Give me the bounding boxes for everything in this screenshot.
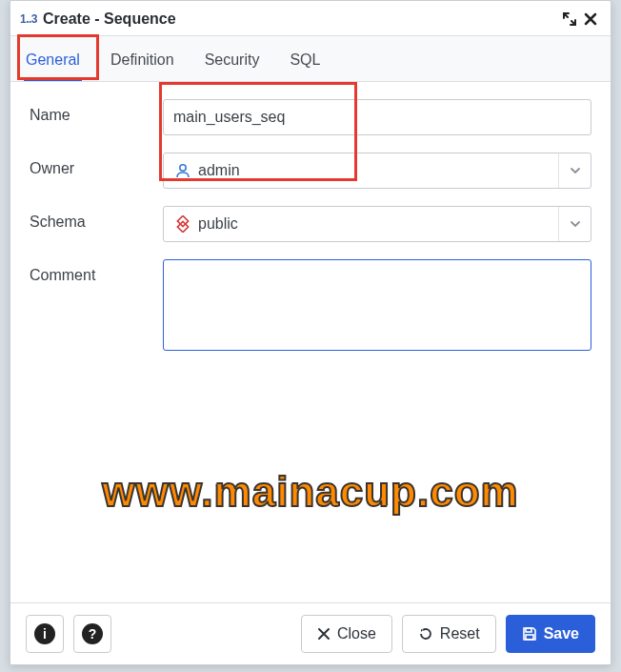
row-name: Name [30,99,591,135]
schema-label: Schema [30,206,163,231]
reset-button[interactable]: Reset [402,615,496,653]
tab-security[interactable]: Security [203,46,262,81]
save-button-label: Save [544,625,579,642]
watermark-text: www.mainacup.com [10,468,611,516]
dialog-tabs: General Definition Security SQL [10,36,611,82]
dialog-footer: i ? Close Reset Save [10,602,611,664]
chevron-down-icon [558,207,591,241]
form-body: Name Owner admin Schema [10,82,611,602]
comment-textarea[interactable] [163,259,591,351]
save-button[interactable]: Save [506,615,595,653]
tab-sql[interactable]: SQL [288,46,322,81]
schema-icon [173,214,192,234]
dialog-header: 1..3 Create - Sequence [10,1,611,36]
dialog-title: Create - Sequence [43,10,559,28]
chevron-down-icon [558,153,591,188]
row-schema: Schema public [30,206,591,242]
close-button[interactable]: Close [301,615,392,653]
help-button[interactable]: ? [73,615,111,653]
close-button-label: Close [337,625,376,642]
maximize-button[interactable] [559,9,580,30]
close-dialog-button[interactable] [580,9,601,30]
owner-value: admin [198,162,240,179]
svg-point-0 [180,165,186,171]
tab-definition[interactable]: Definition [109,46,176,81]
create-sequence-dialog: 1..3 Create - Sequence General Definitio… [10,0,611,665]
close-icon [584,12,597,26]
info-icon: i [34,623,55,644]
owner-select[interactable]: admin [163,153,591,189]
owner-label: Owner [30,153,163,177]
name-label: Name [30,99,163,124]
row-owner: Owner admin [30,153,591,189]
reset-button-label: Reset [440,625,480,642]
sequence-type-icon: 1..3 [20,12,37,26]
user-icon [173,161,192,180]
schema-select[interactable]: public [163,206,591,242]
help-icon: ? [82,623,103,644]
schema-value: public [198,215,238,233]
tab-general[interactable]: General [24,46,82,81]
comment-label: Comment [30,259,163,284]
svg-rect-3 [526,628,531,632]
close-icon [317,627,331,641]
row-comment: Comment [30,259,591,355]
name-input[interactable] [163,99,591,135]
save-icon [522,626,537,641]
reset-icon [418,626,433,641]
info-button[interactable]: i [26,615,64,653]
maximize-icon [563,12,576,26]
svg-rect-4 [526,635,533,640]
